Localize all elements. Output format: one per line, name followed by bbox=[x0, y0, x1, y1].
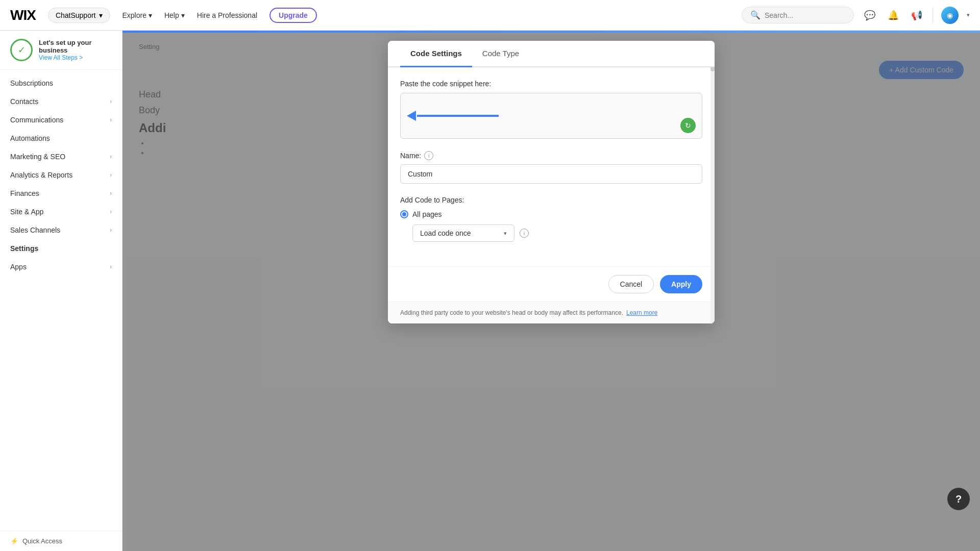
sidebar-item-communications[interactable]: Communications › bbox=[0, 111, 122, 129]
site-name-label: ChatSupport bbox=[56, 11, 96, 19]
all-pages-label: All pages bbox=[412, 210, 442, 218]
tab-code-type[interactable]: Code Type bbox=[472, 41, 529, 67]
tab-code-settings[interactable]: Code Settings bbox=[400, 41, 472, 67]
search-icon: 🔍 bbox=[750, 10, 761, 20]
navbar-right: 🔍 💬 🔔 📢 ◉ ▾ bbox=[742, 7, 970, 24]
search-bar[interactable]: 🔍 bbox=[742, 7, 854, 23]
learn-more-link[interactable]: Learn more bbox=[626, 309, 657, 316]
code-arrow-indicator bbox=[407, 111, 499, 121]
arrow-line bbox=[417, 115, 499, 117]
setup-progress-icon: ✓ bbox=[10, 39, 33, 61]
site-selector-button[interactable]: ChatSupport ▾ bbox=[48, 8, 110, 23]
modal-notice-bar: Adding third party code to your website'… bbox=[388, 302, 715, 323]
marketing-chevron-icon: › bbox=[110, 153, 112, 160]
navbar: WIX ChatSupport ▾ Explore ▾ Help ▾ Hire … bbox=[0, 0, 980, 31]
code-settings-modal: Code Settings Code Type Paste the code s… bbox=[388, 41, 715, 323]
modal-scrollbar-track bbox=[710, 41, 715, 323]
settings-label: Settings bbox=[10, 244, 38, 253]
divider bbox=[933, 8, 933, 23]
sidebar-item-marketing[interactable]: Marketing & SEO › bbox=[0, 147, 122, 166]
modal-overlay: Code Settings Code Type Paste the code s… bbox=[122, 31, 980, 551]
setup-banner[interactable]: ✓ Let's set up your business View All St… bbox=[0, 31, 122, 70]
setup-title: Let's set up your business bbox=[39, 39, 112, 54]
sidebar: ✓ Let's set up your business View All St… bbox=[0, 31, 122, 551]
wix-logo: WIX bbox=[10, 7, 36, 23]
communications-chevron-icon: › bbox=[110, 116, 112, 123]
chat-icon[interactable]: 💬 bbox=[862, 8, 877, 23]
load-frequency-dropdown[interactable]: Load code once ▾ bbox=[412, 224, 514, 242]
explore-chevron-icon: ▾ bbox=[149, 11, 152, 19]
analytics-label: Analytics & Reports bbox=[10, 171, 72, 179]
dropdown-chevron-icon: ▾ bbox=[504, 230, 507, 237]
help-chevron-icon: ▾ bbox=[181, 11, 185, 19]
code-type-tab-label: Code Type bbox=[482, 49, 519, 58]
code-snippet-label: Paste the code snippet here: bbox=[400, 80, 702, 88]
notifications-icon[interactable]: 🔔 bbox=[886, 8, 901, 23]
nav-item-help[interactable]: Help ▾ bbox=[164, 11, 185, 19]
view-all-steps-link[interactable]: View All Steps > bbox=[39, 54, 112, 61]
load-frequency-row: Load code once ▾ i bbox=[412, 224, 702, 242]
all-pages-radio-button[interactable] bbox=[400, 210, 408, 218]
modal-body: Paste the code snippet here: ↻ Name: i bbox=[388, 67, 715, 266]
code-textarea-wrapper[interactable]: ↻ bbox=[400, 93, 702, 139]
chevron-down-icon: ▾ bbox=[99, 11, 103, 19]
help-button[interactable]: ? bbox=[947, 488, 970, 510]
modal-tabs: Code Settings Code Type bbox=[388, 41, 715, 67]
subscriptions-label: Subscriptions bbox=[10, 79, 53, 87]
code-settings-tab-label: Code Settings bbox=[410, 49, 462, 58]
sidebar-item-settings[interactable]: Settings bbox=[0, 239, 122, 258]
sidebar-item-finances[interactable]: Finances › bbox=[0, 184, 122, 203]
apps-label: Apps bbox=[10, 263, 27, 271]
dropdown-value-label: Load code once bbox=[420, 229, 471, 237]
refresh-button[interactable]: ↻ bbox=[680, 118, 696, 133]
notice-text: Adding third party code to your website'… bbox=[400, 309, 623, 316]
name-label-row: Name: i bbox=[400, 151, 702, 160]
site-app-chevron-icon: › bbox=[110, 208, 112, 215]
apply-button[interactable]: Apply bbox=[660, 275, 702, 293]
avatar-icon: ◉ bbox=[947, 11, 953, 19]
cancel-button[interactable]: Cancel bbox=[608, 275, 654, 293]
sales-channels-label: Sales Channels bbox=[10, 226, 60, 234]
announcements-icon[interactable]: 📢 bbox=[909, 8, 924, 23]
hire-label: Hire a Professional bbox=[197, 11, 257, 19]
sidebar-item-subscriptions[interactable]: Subscriptions bbox=[0, 74, 122, 92]
sidebar-item-analytics[interactable]: Analytics & Reports › bbox=[0, 166, 122, 184]
analytics-chevron-icon: › bbox=[110, 171, 112, 179]
name-input-field[interactable] bbox=[400, 164, 702, 184]
sidebar-bottom: ⚡ Quick Access bbox=[0, 531, 122, 551]
sidebar-item-automations[interactable]: Automations bbox=[0, 129, 122, 147]
main-content: Setting + Add Custom Code Head Body Addi… bbox=[122, 31, 980, 551]
sidebar-menu: Subscriptions Contacts › Communications … bbox=[0, 70, 122, 280]
navbar-nav: Explore ▾ Help ▾ Hire a Professional Upg… bbox=[122, 8, 730, 23]
quick-access-label: Quick Access bbox=[22, 537, 62, 545]
finances-label: Finances bbox=[10, 189, 39, 197]
marketing-label: Marketing & SEO bbox=[10, 153, 65, 161]
pages-section-label: Add Code to Pages: bbox=[400, 196, 702, 204]
contacts-label: Contacts bbox=[10, 97, 38, 106]
nav-item-explore[interactable]: Explore ▾ bbox=[122, 11, 152, 19]
sidebar-item-apps[interactable]: Apps › bbox=[0, 258, 122, 276]
nav-item-hire[interactable]: Hire a Professional bbox=[197, 11, 257, 19]
all-pages-radio-option[interactable]: All pages bbox=[400, 210, 702, 218]
help-label: Help bbox=[164, 11, 179, 19]
search-input[interactable] bbox=[765, 11, 846, 19]
quick-access-icon: ⚡ bbox=[10, 537, 18, 545]
avatar-chevron-icon: ▾ bbox=[967, 12, 970, 18]
site-app-label: Site & App bbox=[10, 208, 43, 216]
upgrade-button[interactable]: Upgrade bbox=[270, 8, 317, 23]
name-label-text: Name: bbox=[400, 152, 421, 160]
sidebar-item-sales-channels[interactable]: Sales Channels › bbox=[0, 221, 122, 239]
finances-chevron-icon: › bbox=[110, 190, 112, 197]
setup-text-block: Let's set up your business View All Step… bbox=[39, 39, 112, 61]
modal-top-accent bbox=[122, 31, 980, 33]
quick-access-link[interactable]: ⚡ Quick Access bbox=[10, 537, 112, 545]
contacts-chevron-icon: › bbox=[110, 98, 112, 105]
apps-chevron-icon: › bbox=[110, 263, 112, 270]
pages-section: Add Code to Pages: All pages Load code o… bbox=[400, 196, 702, 242]
name-info-icon[interactable]: i bbox=[424, 151, 433, 160]
dropdown-info-icon[interactable]: i bbox=[520, 229, 529, 238]
sidebar-item-site-app[interactable]: Site & App › bbox=[0, 203, 122, 221]
communications-label: Communications bbox=[10, 116, 63, 124]
sidebar-item-contacts[interactable]: Contacts › bbox=[0, 92, 122, 111]
avatar-button[interactable]: ◉ bbox=[941, 7, 959, 24]
